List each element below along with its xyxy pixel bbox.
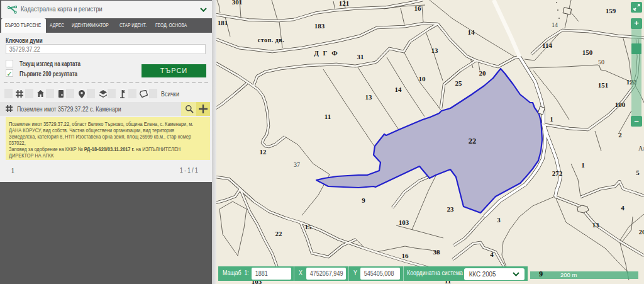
svg-text:31: 31 — [357, 53, 364, 60]
svg-text:13: 13 — [365, 93, 373, 101]
svg-text:181: 181 — [218, 19, 228, 26]
svg-text:38: 38 — [433, 248, 441, 256]
svg-text:121: 121 — [339, 0, 350, 7]
svg-text:14: 14 — [468, 28, 475, 36]
svg-text:22: 22 — [469, 137, 477, 145]
svg-text:25: 25 — [455, 79, 463, 87]
svg-text:стоп. дв.: стоп. дв. — [258, 37, 284, 43]
svg-text:14: 14 — [395, 86, 402, 93]
svg-text:4: 4 — [490, 251, 494, 258]
svg-text:301: 301 — [232, 0, 243, 6]
svg-text:22: 22 — [275, 230, 283, 237]
svg-text:14: 14 — [552, 21, 558, 28]
svg-text:20: 20 — [639, 228, 644, 236]
svg-text:2: 2 — [618, 131, 622, 139]
svg-text:Ал: Ал — [638, 145, 644, 152]
svg-text:23: 23 — [447, 205, 455, 213]
svg-text:12: 12 — [260, 148, 267, 156]
svg-text:3: 3 — [497, 216, 501, 224]
svg-text:5: 5 — [636, 169, 640, 176]
svg-text:1: 1 — [581, 161, 585, 169]
svg-text:4: 4 — [621, 204, 625, 212]
svg-text:103: 103 — [399, 219, 409, 226]
svg-text:114: 114 — [542, 42, 552, 49]
svg-text:1: 1 — [550, 115, 553, 123]
svg-text:20: 20 — [479, 69, 487, 77]
svg-text:151: 151 — [598, 81, 609, 89]
svg-text:159: 159 — [606, 7, 616, 14]
svg-text:272: 272 — [552, 169, 563, 177]
svg-text:Д Г Ф: Д Г Ф — [314, 49, 339, 57]
svg-text:11: 11 — [325, 113, 331, 120]
svg-text:50: 50 — [598, 59, 604, 65]
svg-text:9: 9 — [362, 196, 365, 204]
svg-text:15: 15 — [305, 223, 313, 230]
svg-text:16: 16 — [402, 252, 409, 259]
svg-text:150: 150 — [582, 48, 593, 56]
svg-text:13: 13 — [592, 221, 600, 229]
svg-text:16: 16 — [414, 4, 422, 12]
svg-text:37: 37 — [294, 161, 300, 168]
svg-text:183: 183 — [314, 22, 325, 30]
svg-text:10: 10 — [419, 75, 426, 82]
svg-text:13: 13 — [431, 47, 439, 54]
svg-text:100: 100 — [615, 101, 626, 108]
